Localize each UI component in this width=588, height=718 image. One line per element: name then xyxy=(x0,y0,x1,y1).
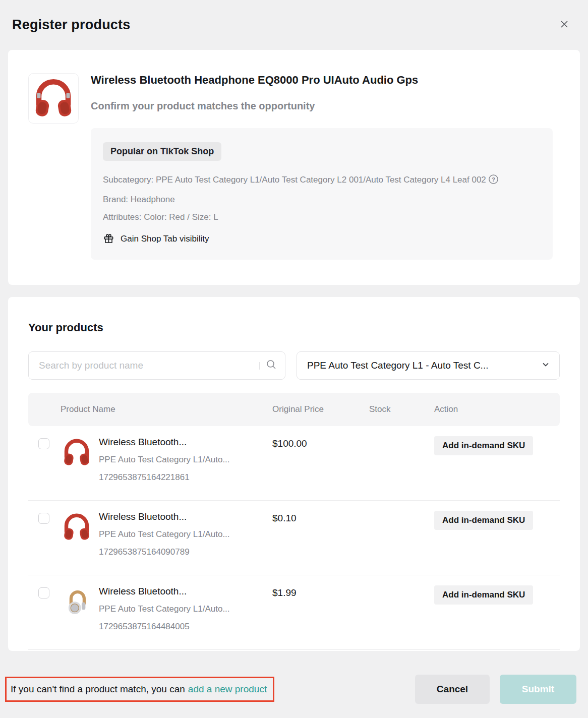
row-original-price: $100.00 xyxy=(272,436,369,500)
red-headphones-icon xyxy=(61,511,92,544)
row-product-category: PPE Auto Test Category L1/Auto... xyxy=(99,529,230,540)
add-in-demand-sku-button[interactable]: Add in-demand SKU xyxy=(434,585,533,605)
close-button[interactable] xyxy=(558,18,571,31)
opportunity-card: Wireless Bluetooth Headphone EQ8000 Pro … xyxy=(8,50,580,285)
submit-button[interactable]: Submit xyxy=(500,675,576,704)
row-checkbox[interactable] xyxy=(38,587,49,599)
benefit-text: Gain Shop Tab visibility xyxy=(121,234,209,244)
product-search-box[interactable] xyxy=(28,351,285,380)
add-product-hint-annotation: If you can't find a product match, you c… xyxy=(5,677,274,702)
column-header-action: Action xyxy=(434,404,560,414)
row-stock xyxy=(369,436,434,500)
search-input[interactable] xyxy=(39,360,259,371)
tan-headphones-icon xyxy=(64,585,89,619)
page-title: Register products xyxy=(12,17,576,33)
row-stock xyxy=(369,511,434,575)
gift-icon xyxy=(103,233,114,245)
table-row: Wireless Bluetooth... PPE Auto Test Cate… xyxy=(28,501,560,575)
your-products-heading: Your products xyxy=(28,321,560,334)
search-divider xyxy=(259,362,260,370)
products-table-header: Product Name Original Price Stock Action xyxy=(28,393,560,426)
your-products-card: Your products PPE Auto Test Category L1 … xyxy=(8,297,580,651)
benefit-row: Gain Shop Tab visibility xyxy=(103,233,541,245)
cancel-button[interactable]: Cancel xyxy=(415,675,490,704)
row-checkbox[interactable] xyxy=(38,438,49,449)
row-product-name: Wireless Bluetooth... xyxy=(99,585,230,597)
row-product-category: PPE Auto Test Category L1/Auto... xyxy=(99,454,230,465)
row-product-cell: Wireless Bluetooth... PPE Auto Test Cate… xyxy=(28,585,272,649)
column-header-stock: Stock xyxy=(369,404,434,414)
popular-badge: Popular on TikTok Shop xyxy=(103,142,221,161)
row-original-price: $0.10 xyxy=(272,511,369,575)
row-product-text: Wireless Bluetooth... PPE Auto Test Cate… xyxy=(99,585,230,632)
register-products-modal: { "modal": { "title": "Register products… xyxy=(0,0,588,718)
svg-text:?: ? xyxy=(492,176,495,183)
subcategory-text: Subcategory: PPE Auto Test Category L1/A… xyxy=(103,175,486,185)
modal-header: Register products xyxy=(0,0,588,33)
brand-line: Brand: Headphone xyxy=(103,191,541,208)
table-row: Wireless Bluetooth... PPE Auto Test Cate… xyxy=(28,426,560,501)
red-headphones-icon xyxy=(31,75,76,122)
opportunity-product-image xyxy=(28,73,79,124)
row-product-image xyxy=(61,585,93,618)
column-header-product-name: Product Name xyxy=(28,404,272,414)
footer-actions: Cancel Submit xyxy=(415,675,576,704)
opportunity-product-title: Wireless Bluetooth Headphone EQ8000 Pro … xyxy=(91,73,553,87)
row-product-text: Wireless Bluetooth... PPE Auto Test Cate… xyxy=(99,511,230,557)
row-product-name: Wireless Bluetooth... xyxy=(99,436,230,448)
question-circle-icon[interactable]: ? xyxy=(488,173,499,191)
row-product-category: PPE Auto Test Category L1/Auto... xyxy=(99,604,230,615)
red-headphones-icon xyxy=(61,436,92,469)
opportunity-info-box: Popular on TikTok Shop Subcategory: PPE … xyxy=(91,128,553,260)
row-product-cell: Wireless Bluetooth... PPE Auto Test Cate… xyxy=(28,511,272,575)
hint-text: If you can't find a product match, you c… xyxy=(11,684,185,695)
products-controls: PPE Auto Test Category L1 - Auto Test C.… xyxy=(28,351,560,380)
row-original-price: $1.99 xyxy=(272,585,369,649)
row-stock xyxy=(369,585,434,649)
chevron-down-icon xyxy=(541,360,550,371)
row-product-image xyxy=(61,511,93,543)
add-in-demand-sku-button[interactable]: Add in-demand SKU xyxy=(434,436,533,455)
modal-footer: If you can't find a product match, you c… xyxy=(0,661,588,718)
add-in-demand-sku-button[interactable]: Add in-demand SKU xyxy=(434,511,533,530)
row-product-image xyxy=(61,436,93,468)
category-filter-dropdown[interactable]: PPE Auto Test Category L1 - Auto Test C.… xyxy=(297,351,560,380)
search-icon[interactable] xyxy=(266,359,277,372)
row-product-cell: Wireless Bluetooth... PPE Auto Test Cate… xyxy=(28,436,272,500)
row-product-name: Wireless Bluetooth... xyxy=(99,511,230,523)
table-row: Wireless Bluetooth... PPE Auto Test Cate… xyxy=(28,575,560,650)
attributes-line: Attributes: Color: Red / Size: L xyxy=(103,208,541,226)
opportunity-details: Wireless Bluetooth Headphone EQ8000 Pro … xyxy=(91,73,553,260)
subcategory-line: Subcategory: PPE Auto Test Category L1/A… xyxy=(103,171,541,191)
row-checkbox[interactable] xyxy=(38,513,49,524)
add-new-product-link[interactable]: add a new product xyxy=(188,684,267,695)
opportunity-subtitle: Confirm your product matches the opportu… xyxy=(91,100,553,112)
row-product-id: 1729653875164090789 xyxy=(99,547,230,557)
row-product-id: 1729653875164221861 xyxy=(99,472,230,483)
category-filter-value: PPE Auto Test Category L1 - Auto Test C.… xyxy=(307,360,488,371)
row-product-text: Wireless Bluetooth... PPE Auto Test Cate… xyxy=(99,436,230,483)
row-product-id: 1729653875164484005 xyxy=(99,622,230,632)
close-icon xyxy=(559,19,569,31)
column-header-original-price: Original Price xyxy=(272,404,369,414)
